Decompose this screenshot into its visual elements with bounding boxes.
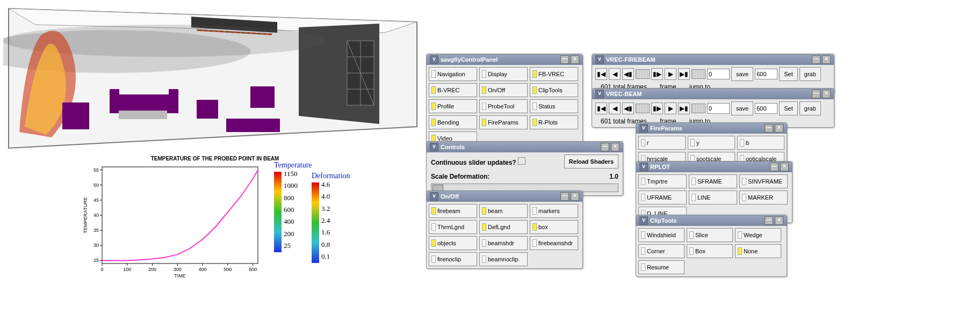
indicator-icon — [742, 178, 746, 185]
frame-input[interactable] — [707, 103, 730, 114]
step-back-icon[interactable]: ◀▮ — [622, 103, 634, 114]
jump-input[interactable] — [755, 69, 777, 79]
indicator-icon — [482, 223, 486, 231]
play-icon[interactable]: ▶ — [665, 103, 676, 114]
toggle-thrmlgnd[interactable]: ThrmLgnd — [429, 220, 477, 234]
grab-button[interactable]: grab — [799, 101, 821, 115]
toggle-wedge[interactable]: Wedge — [735, 228, 781, 242]
scene-viewport — [3, 3, 422, 153]
play-icon[interactable]: ▶ — [665, 68, 676, 80]
minimize-icon[interactable]: — — [560, 55, 569, 64]
skip-end-icon[interactable]: ▶▮ — [678, 103, 690, 114]
toggle-tmprtre[interactable]: Tmprtre — [638, 174, 687, 188]
toggle-beam[interactable]: beam — [479, 204, 528, 218]
toggle-probetool[interactable]: ProbeTool — [479, 99, 528, 113]
toggle-b-vrec[interactable]: B-VREC — [429, 83, 477, 97]
toggle-y[interactable]: y — [688, 136, 735, 150]
minimize-icon[interactable]: — — [560, 192, 569, 201]
toggle-sinvframe[interactable]: SINVFRAME — [739, 174, 788, 188]
toggle-corner[interactable]: Corner — [638, 244, 684, 258]
toggle-label: ProbeTool — [488, 103, 515, 109]
toggle-firebeamshdr[interactable]: firebeamshdr — [530, 236, 578, 250]
close-icon[interactable]: × — [822, 90, 831, 98]
toggle-status[interactable]: Status — [530, 99, 578, 113]
close-icon[interactable]: × — [571, 55, 579, 64]
reload-shaders-button[interactable]: Reload Shaders — [564, 155, 618, 169]
toggle-uframe[interactable]: UFRAME — [638, 191, 687, 204]
step-back-icon[interactable]: ◀▮ — [622, 68, 634, 80]
close-icon[interactable]: × — [571, 192, 579, 201]
indicator-icon — [431, 70, 436, 78]
collapse-icon[interactable]: v — [595, 90, 604, 98]
toggle-firenoclip[interactable]: firenoclip — [429, 252, 477, 266]
skip-start-icon[interactable]: ▮◀ — [595, 103, 607, 114]
toggle-sframe[interactable]: SFRAME — [689, 174, 737, 188]
minimize-icon[interactable]: — — [765, 216, 773, 225]
toggle-markers[interactable]: markers — [530, 204, 578, 218]
speed-slider[interactable] — [691, 69, 705, 79]
collapse-icon[interactable]: v — [595, 55, 604, 64]
toggle-beamshdr[interactable]: beamshdr — [479, 236, 528, 250]
indicator-icon — [690, 139, 695, 147]
toggle-profile[interactable]: Profile — [429, 99, 477, 113]
collapse-icon[interactable]: v — [430, 55, 438, 64]
collapse-icon[interactable]: v — [639, 163, 648, 171]
minimize-icon[interactable]: — — [812, 90, 820, 98]
prev-icon[interactable]: ◀ — [609, 68, 621, 80]
close-icon[interactable]: × — [822, 55, 831, 64]
set-button[interactable]: Set — [779, 67, 798, 81]
toggle-deflgnd[interactable]: DefLgnd — [479, 220, 528, 234]
toggle-bending[interactable]: Bending — [429, 115, 477, 129]
toggle-box[interactable]: box — [530, 220, 578, 234]
toggle-fb-vrec[interactable]: FB-VREC — [530, 67, 578, 81]
close-icon[interactable]: × — [775, 124, 783, 133]
slider-updates-checkbox[interactable] — [518, 157, 525, 165]
minimize-icon[interactable]: — — [770, 163, 779, 171]
collapse-icon[interactable]: v — [430, 192, 438, 201]
save-button[interactable]: save — [731, 101, 753, 115]
toggle-fireparams[interactable]: FireParams — [479, 115, 528, 129]
toggle-marker[interactable]: MARKER — [739, 191, 788, 204]
close-icon[interactable]: × — [775, 216, 783, 225]
minimize-icon[interactable]: — — [765, 124, 773, 133]
indicator-icon — [641, 231, 645, 239]
minimize-icon[interactable]: — — [601, 143, 609, 151]
frame-slider[interactable] — [636, 104, 650, 113]
set-button[interactable]: Set — [779, 101, 798, 115]
minimize-icon[interactable]: — — [812, 55, 820, 64]
toggle-label: Bending — [437, 119, 459, 126]
toggle-windshield[interactable]: Windshield — [638, 228, 684, 242]
toggle-cliptools[interactable]: ClipTools — [530, 83, 578, 97]
toggle-beamnoclip[interactable]: beamnoclip — [479, 252, 528, 266]
panel-title-text: FireParams — [650, 125, 765, 131]
toggle-box[interactable]: Box — [687, 244, 733, 258]
frame-input[interactable] — [707, 69, 730, 79]
skip-end-icon[interactable]: ▶▮ — [678, 68, 690, 80]
toggle-resume[interactable]: Resume — [638, 260, 684, 274]
step-fwd-icon[interactable]: ▮▶ — [651, 103, 663, 114]
toggle-display[interactable]: Display — [479, 67, 528, 81]
skip-start-icon[interactable]: ▮◀ — [595, 68, 607, 80]
toggle-r-plots[interactable]: R-Plots — [530, 115, 578, 129]
toggle-slice[interactable]: Slice — [687, 228, 733, 242]
save-button[interactable]: save — [731, 67, 753, 81]
step-fwd-icon[interactable]: ▮▶ — [651, 68, 663, 80]
close-icon[interactable]: × — [611, 143, 619, 151]
toggle-line[interactable]: LINE — [689, 191, 737, 204]
toggle-firebeam[interactable]: firebeam — [429, 204, 477, 218]
close-icon[interactable]: × — [780, 163, 789, 171]
toggle-on-off[interactable]: On/Off — [479, 83, 528, 97]
speed-slider[interactable] — [691, 104, 705, 113]
toggle-objects[interactable]: objects — [429, 236, 477, 250]
jump-input[interactable] — [755, 103, 777, 114]
toggle-r[interactable]: r — [638, 136, 686, 150]
collapse-icon[interactable]: v — [430, 143, 438, 151]
prev-icon[interactable]: ◀ — [609, 103, 621, 114]
collapse-icon[interactable]: v — [639, 124, 648, 133]
frame-slider[interactable] — [636, 69, 650, 79]
toggle-b[interactable]: b — [737, 136, 784, 150]
toggle-navigation[interactable]: Navigation — [429, 67, 477, 81]
toggle-none[interactable]: None — [735, 244, 781, 258]
collapse-icon[interactable]: v — [639, 216, 648, 225]
grab-button[interactable]: grab — [799, 67, 821, 81]
